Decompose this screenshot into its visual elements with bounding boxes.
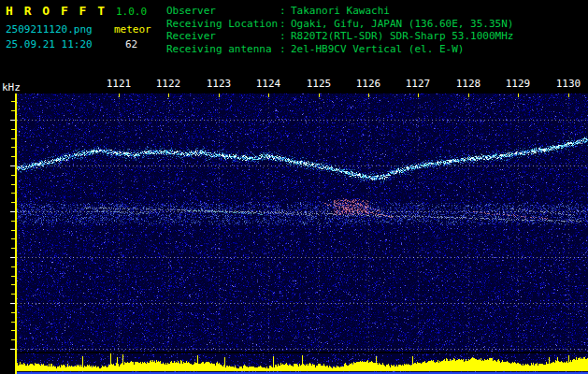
x-axis-tick: 1121 xyxy=(107,78,132,90)
info-separator: : xyxy=(280,30,291,43)
x-axis-tick: 1123 xyxy=(207,78,232,90)
info-separator: : xyxy=(280,43,291,56)
app-title: H R O F F T xyxy=(6,4,107,18)
info-value: R820T2(RTL-SDR) SDR-Sharp 53.1000MHz xyxy=(291,30,513,43)
x-axis-tick: 1126 xyxy=(356,78,381,90)
info-row-location: Receiving Location:Ogaki, Gifu, JAPAN (1… xyxy=(166,18,513,31)
info-label: Observer xyxy=(166,5,280,18)
info-value: Ogaki, Gifu, JAPAN (136.60E, 35.35N) xyxy=(291,18,513,31)
info-value: 2el-HB9CV Vertical (el. E-W) xyxy=(291,43,464,56)
x-axis-tick: 1124 xyxy=(256,78,281,90)
hrofft-window: H R O F F T 1.0.0 2509211120.png meteor … xyxy=(0,0,588,374)
x-axis-tick: 1129 xyxy=(506,78,531,90)
x-axis-tick: 1127 xyxy=(406,78,431,90)
info-label: Receiving Location xyxy=(166,18,280,31)
x-axis-tick: 1125 xyxy=(307,78,332,90)
info-separator: : xyxy=(280,18,291,31)
station-info: Observer:Takanori Kawachi Receiving Loca… xyxy=(166,5,513,55)
y-axis-unit: kHz xyxy=(2,81,21,94)
info-row-observer: Observer:Takanori Kawachi xyxy=(166,5,513,18)
spectrogram-plot xyxy=(0,94,588,374)
x-axis-tick: 1130 xyxy=(556,78,581,90)
echo-count: 62 xyxy=(125,38,137,50)
info-separator: : xyxy=(280,5,291,18)
mode-label: meteor xyxy=(114,23,151,36)
info-label: Receiver xyxy=(166,30,280,43)
info-row-antenna: Receiving antenna:2el-HB9CV Vertical (el… xyxy=(166,43,513,56)
x-axis-tick: 1122 xyxy=(156,78,181,90)
timestamp: 25.09.21 11:20 xyxy=(6,38,93,50)
info-row-receiver: Receiver:R820T2(RTL-SDR) SDR-Sharp 53.10… xyxy=(166,30,513,43)
info-value: Takanori Kawachi xyxy=(291,5,390,18)
app-version: 1.0.0 xyxy=(116,6,147,18)
info-label: Receiving antenna xyxy=(166,43,280,56)
output-filename: 2509211120.png xyxy=(6,23,93,36)
x-axis-tick: 1128 xyxy=(456,78,481,90)
